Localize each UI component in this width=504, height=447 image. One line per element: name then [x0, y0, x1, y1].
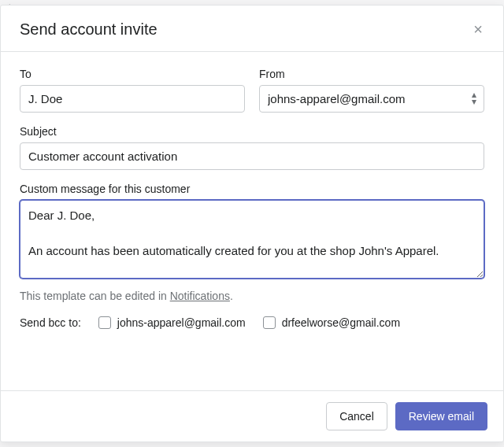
close-icon[interactable]: × — [469, 18, 487, 40]
bcc-option-label-1: drfeelworse@gmail.com — [282, 316, 400, 329]
modal-body: To From johns-apparel@gmail.com ▴▾ Subje… — [1, 52, 503, 390]
cancel-button[interactable]: Cancel — [326, 402, 387, 430]
subject-label: Subject — [20, 125, 484, 138]
template-note: This template can be edited in Notificat… — [20, 290, 484, 302]
send-invite-modal: Send account invite × To From johns-appa… — [0, 5, 504, 442]
to-label: To — [20, 68, 245, 80]
bcc-option-1: drfeelworse@gmail.com — [263, 316, 400, 329]
bcc-label: Send bcc to: — [20, 316, 81, 329]
message-field: Custom message for this customer — [20, 183, 484, 279]
from-label: From — [259, 68, 484, 80]
review-email-button[interactable]: Review email — [395, 402, 487, 430]
modal-header: Send account invite × — [1, 6, 503, 52]
to-field: To — [20, 68, 245, 113]
modal-footer: Cancel Review email — [1, 390, 503, 441]
from-select[interactable]: johns-apparel@gmail.com — [259, 85, 484, 113]
subject-field: Subject — [20, 125, 484, 170]
bcc-option-0: johns-apparel@gmail.com — [98, 316, 246, 329]
bcc-checkbox-0[interactable] — [98, 316, 111, 329]
message-textarea[interactable] — [20, 200, 484, 279]
to-from-row: To From johns-apparel@gmail.com ▴▾ — [20, 68, 484, 113]
message-label: Custom message for this customer — [20, 183, 484, 195]
bcc-option-label-0: johns-apparel@gmail.com — [117, 316, 246, 329]
notifications-link[interactable]: Notifications — [170, 290, 230, 302]
template-note-prefix: This template can be edited in — [20, 290, 170, 302]
bcc-checkbox-1[interactable] — [263, 316, 276, 329]
from-field: From johns-apparel@gmail.com ▴▾ — [259, 68, 484, 113]
from-select-wrap: johns-apparel@gmail.com ▴▾ — [259, 85, 484, 113]
modal-title: Send account invite — [20, 20, 158, 39]
template-note-suffix: . — [230, 290, 233, 302]
subject-input[interactable] — [20, 142, 484, 170]
bcc-row: Send bcc to: johns-apparel@gmail.com drf… — [20, 316, 484, 329]
to-input[interactable] — [20, 85, 245, 113]
